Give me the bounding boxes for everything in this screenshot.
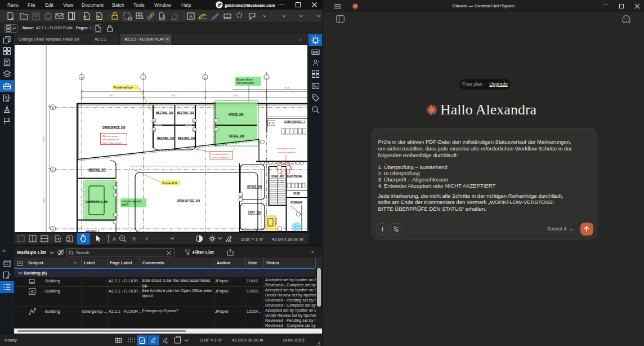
svg-text:20: 20 [153, 129, 155, 131]
svg-text:Open-Office areas?: Open-Office areas? [102, 141, 123, 144]
svg-text:OPEN OFFICE 248: OPEN OFFICE 248 [177, 199, 200, 202]
svg-text:ADA accessible: ADA accessible [236, 82, 254, 85]
svg-text:A: A [30, 289, 34, 294]
svg-text:C: C [52, 168, 54, 171]
svg-text:STOR: STOR [293, 192, 301, 194]
svg-text:OFFICE 249: OFFICE 249 [247, 185, 262, 188]
svg-text:OFFICE 205: OFFICE 205 [229, 113, 244, 116]
svg-text:30'-0": 30'-0" [233, 95, 239, 97]
svg-text:20: 20 [216, 129, 218, 131]
svg-text:30'-0": 30'-0" [43, 197, 45, 203]
svg-text:Is power required: Is power required [122, 200, 141, 203]
svg-text:H: H [80, 76, 83, 79]
svg-text:30'-4": 30'-4" [284, 87, 290, 89]
svg-text:COPY 250: COPY 250 [248, 211, 261, 214]
svg-text:30'-0": 30'-0" [43, 136, 45, 142]
svg-text:STORAGE: STORAGE [290, 201, 302, 203]
svg-text:here?: here? [122, 203, 128, 206]
svg-text:20: 20 [216, 119, 218, 122]
svg-text:CONFERENCE 2: CONFERENCE 2 [284, 121, 305, 123]
svg-text:Stair doors to be fi: Stair doors to be fi [277, 147, 296, 150]
svg-text:A: A [189, 14, 193, 19]
svg-text:WOMEN: WOMEN [275, 218, 278, 225]
svg-text:What are power: What are power [102, 135, 119, 137]
svg-text:30'-0": 30'-0" [109, 95, 115, 97]
svg-text:MEETING 201: MEETING 201 [156, 112, 173, 114]
svg-text:Provide wall type: Provide wall type [114, 86, 133, 89]
svg-text:MEETING 203: MEETING 203 [177, 112, 195, 114]
svg-text:requirements for: requirements for [102, 138, 119, 141]
svg-text:Provide RCP: Provide RCP [163, 182, 177, 185]
svg-text:D: D [52, 227, 54, 230]
svg-text:OPEN OFFICE 200: OPEN OFFICE 200 [102, 126, 126, 129]
svg-text:A7 61: A7 61 [269, 122, 274, 125]
svg-text:corner condition: corner condition [212, 156, 229, 159]
svg-text:20: 20 [193, 120, 195, 122]
svg-text:UP: UP [281, 181, 283, 184]
svg-text:Provide detail for: Provide detail for [212, 153, 230, 156]
svg-text:20: 20 [193, 129, 195, 131]
svg-text:30'-0": 30'-0" [171, 95, 177, 97]
svg-text:A: A [113, 236, 116, 242]
svg-text:CONFERENCE 246: CONFERENCE 246 [86, 200, 108, 203]
svg-text:Ensure offices: Ensure offices [236, 78, 253, 81]
svg-text:OFFICE 206: OFFICE 206 [229, 135, 244, 137]
svg-text:L: L [266, 76, 267, 79]
svg-text:MEETING 204: MEETING 204 [178, 137, 195, 140]
svg-text:MEETING 247: MEETING 247 [89, 168, 106, 171]
svg-text:MW: MW [312, 51, 319, 54]
svg-text:rated assemblies,: rated assemblies, [278, 151, 297, 154]
svg-text:20: 20 [153, 120, 155, 122]
svg-text:ELECTRICAL: ELECTRICAL [287, 175, 303, 178]
svg-text:MEETING 202: MEETING 202 [157, 137, 175, 140]
